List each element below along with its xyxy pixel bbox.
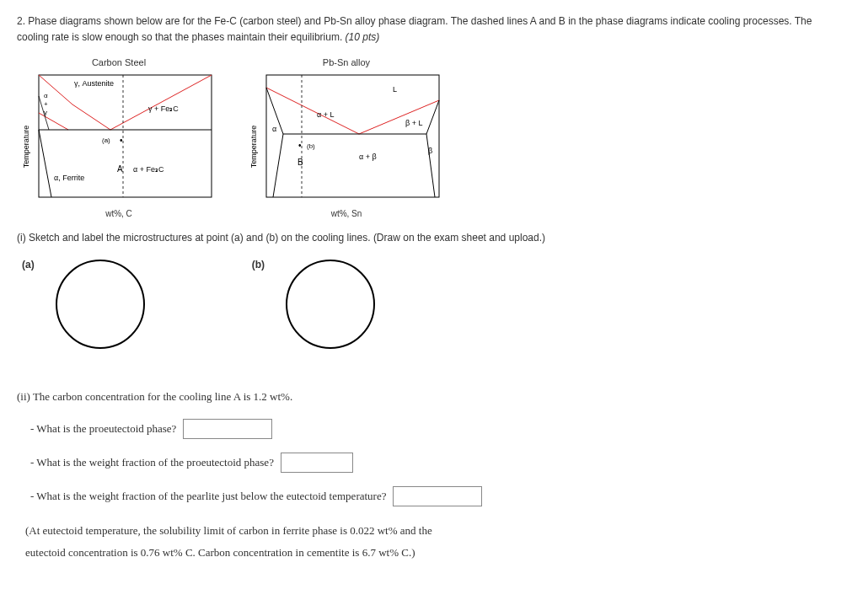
label-gfe3c: γ + Fe₃C	[148, 104, 179, 113]
context-line1: (At eutectoid temperature, the solubilit…	[25, 520, 846, 542]
carbon-steel-diagram: Carbon Steel Temperature γ,	[22, 57, 216, 218]
label-point-a-dot: •	[120, 136, 123, 145]
diagram2-title: Pb-Sn alloy	[323, 57, 370, 67]
q-proeutectoid-phase: - What is the proeutectoid phase?	[30, 419, 846, 439]
sketch-b-circle[interactable]	[280, 254, 381, 355]
question-number: 2.	[17, 15, 25, 27]
subq-i: (i) Sketch and label the microstructures…	[17, 230, 846, 246]
sketch-b: (b)	[252, 254, 381, 355]
label-cooling-A: A	[117, 164, 123, 174]
proeutectoid-phase-input[interactable]	[183, 419, 272, 439]
label-ag-g: γ	[44, 109, 47, 116]
diagram2-yaxis: Temperature	[249, 126, 258, 169]
sketch-b-label: (b)	[252, 254, 265, 271]
pbsn-diagram: Pb-Sn alloy Temperature L α + L β + L	[249, 57, 443, 218]
svg-rect-3	[266, 75, 439, 197]
label-ab: α + β	[359, 153, 377, 161]
question-body: Phase diagrams shown below are for the F…	[17, 15, 812, 43]
svg-point-7	[287, 260, 374, 348]
context-block: (At eutectoid temperature, the solubilit…	[25, 520, 846, 564]
weight-fraction-pro-input[interactable]	[281, 453, 353, 473]
diagram2-svg: Temperature L α + L β + L α β α + β	[249, 71, 443, 206]
subq-ii-intro: (ii) The carbon concentration for the co…	[17, 388, 846, 406]
label-austenite: γ, Austenite	[74, 79, 114, 88]
diagram1-svg: Temperature γ, Austenite α + γ	[22, 71, 216, 206]
diagram1-yaxis: Temperature	[22, 126, 30, 169]
label-afe3c: α + Fe₃C	[133, 165, 164, 174]
label-ag-plus: +	[44, 100, 48, 108]
sketch-row: (a) (b)	[22, 254, 846, 355]
diagrams-row: Carbon Steel Temperature γ,	[22, 57, 846, 218]
q-weight-fraction-pro-text: - What is the weight fraction of the pro…	[30, 456, 274, 469]
label-L: L	[393, 85, 397, 94]
weight-fraction-pearlite-input[interactable]	[393, 486, 482, 506]
label-beta: β	[428, 147, 432, 155]
diagram1-title: Carbon Steel	[92, 57, 146, 67]
diagram1-xaxis: wt%, C	[105, 209, 132, 218]
sketch-a-label: (a)	[22, 254, 35, 271]
label-ag-a: α	[44, 92, 48, 99]
question-points: (10 pts)	[346, 31, 380, 43]
label-bL: β + L	[405, 119, 422, 127]
diagram2-xaxis: wt%, Sn	[331, 209, 362, 218]
label-point-b: (b)	[307, 142, 315, 150]
sketch-a: (a)	[22, 254, 151, 355]
context-line2: eutectoid concentration is 0.76 wt% C. C…	[25, 542, 846, 564]
label-point-b-dot: •	[298, 141, 302, 150]
svg-point-6	[56, 260, 144, 348]
question-text: 2. Phase diagrams shown below are for th…	[17, 13, 846, 46]
q-weight-fraction-pearlite: - What is the weight fraction of the pea…	[30, 486, 846, 506]
q-weight-fraction-pearlite-text: - What is the weight fraction of the pea…	[30, 490, 386, 503]
label-point-a: (a)	[102, 137, 110, 144]
label-aL: α + L	[317, 110, 334, 119]
q-weight-fraction-pro: - What is the weight fraction of the pro…	[30, 453, 846, 473]
label-ferrite: α, Ferrite	[54, 174, 84, 182]
sketch-a-circle[interactable]	[50, 254, 151, 355]
label-alpha: α	[272, 125, 276, 133]
q-proeutectoid-phase-text: - What is the proeutectoid phase?	[30, 422, 176, 436]
label-cooling-B: B	[297, 158, 303, 167]
